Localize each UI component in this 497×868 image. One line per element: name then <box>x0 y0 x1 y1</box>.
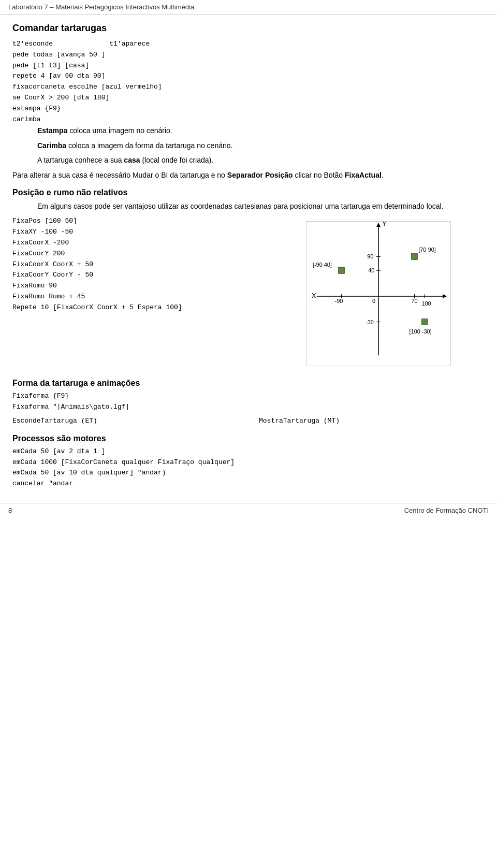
casa-desc: A tartaruga conhece a sua casa (local on… <box>37 154 485 166</box>
s4-code-3: emCada 50 [av 10 dta qualquer] "andar) <box>12 468 485 479</box>
svg-text:-30: -30 <box>366 319 374 325</box>
svg-text:40: 40 <box>368 268 374 274</box>
s3-code-1: Fixaforma {F9} <box>12 391 485 402</box>
code-line-8: carimba <box>12 114 485 125</box>
section3-title: Forma da tartaruga e animações <box>12 379 485 388</box>
carimba-desc: Carimba coloca a imagem da forma da tart… <box>37 140 485 151</box>
s3-code-2: Fixaforma "|Animais\gato.lgf| <box>12 402 485 413</box>
estampa-desc: Estampa coloca uma imagem no cenário. <box>37 125 485 136</box>
s2-code-1: FixaPos [100 50] <box>12 216 272 227</box>
page-footer: 8 Centro de Formação CNOTI <box>0 503 497 517</box>
s2-code-5: FixaCoorX CoorX + 50 <box>12 259 272 270</box>
section2-code: FixaPos [100 50] FixaXY -100 -50 FixaCoo… <box>12 216 272 371</box>
coord-diagram: X Y -90 70 90 40 0 -30 <box>306 221 451 366</box>
s2-code-9: Repete 10 [FixaCoorX CoorX + 5 Espera 10… <box>12 302 272 313</box>
svg-rect-19 <box>338 268 344 274</box>
s2-code-2: FixaXY -100 -50 <box>12 227 272 238</box>
svg-text:Y: Y <box>382 221 387 227</box>
coord-diagram-container: X Y -90 70 90 40 0 -30 <box>272 216 485 371</box>
svg-text:100: 100 <box>421 300 431 307</box>
header-title: Laboratório 7 – Materiais Pedagógicos In… <box>8 3 194 11</box>
section4-code: emCada 50 [av 2 dta 1 ] emCada 1000 [Fix… <box>12 446 485 489</box>
s4-code-2: emCada 1000 [FixaCorCaneta qualquer Fixa… <box>12 457 485 468</box>
svg-marker-1 <box>443 294 447 298</box>
et-mt-container: EscondeTartaruga (ET) MostraTartaruga (M… <box>12 416 485 427</box>
estampa-text: coloca uma imagem no cenário. <box>69 126 172 135</box>
section1-prose: Estampa coloca uma imagem no cenário. Ca… <box>12 125 485 181</box>
code-line-6: se CoorX > 200 [dta 180] <box>12 93 485 104</box>
svg-marker-3 <box>376 223 381 227</box>
et-label: EscondeTartaruga (ET) <box>12 416 238 427</box>
section4-title: Processos são motores <box>12 434 485 443</box>
svg-text:[-90 40]: [-90 40] <box>313 262 332 268</box>
code-line-3: pede [t1 t3] [casa] <box>12 61 485 71</box>
svg-text:0: 0 <box>372 298 375 304</box>
code-line-1: t2'esconde t1'aparece <box>12 39 485 50</box>
svg-rect-23 <box>421 319 428 325</box>
section3-code: Fixaforma {F9} Fixaforma "|Animais\gato.… <box>12 391 485 413</box>
section1-title: Comandar tartarugas <box>12 23 485 34</box>
svg-text:X: X <box>312 292 316 300</box>
s4-code-4: cancelar "andar <box>12 479 485 489</box>
s2-code-8: FixaRumo Rumo + 45 <box>12 292 272 302</box>
code-line-4: repete 4 [av 60 dta 90] <box>12 71 485 82</box>
s2-code-7: FixaRumo 90 <box>12 281 272 292</box>
footer-center: Centro de Formação CNOTI <box>404 507 489 514</box>
page-number: 8 <box>8 507 12 514</box>
code-line-5: fixacorcaneta escolhe [azul vermelho] <box>12 82 485 93</box>
section2-content: FixaPos [100 50] FixaXY -100 -50 FixaCoo… <box>12 216 485 371</box>
section2-intro: Em alguns casos pode ser vantajoso utili… <box>37 200 485 212</box>
section2-title: Posição e rumo não relativos <box>12 188 485 197</box>
mt-label: MostraTartaruga (MT) <box>259 416 485 427</box>
main-content: Comandar tartarugas t2'esconde t1'aparec… <box>0 15 497 498</box>
svg-text:[70 90]: [70 90] <box>418 247 435 253</box>
svg-text:-90: -90 <box>334 298 343 304</box>
s2-code-4: FixaCoorY 200 <box>12 249 272 259</box>
code-line-2: pede todas [avança 50 ] <box>12 50 485 61</box>
s4-code-1: emCada 50 [av 2 dta 1 ] <box>12 446 485 457</box>
svg-text:90: 90 <box>367 254 373 260</box>
s2-code-3: FixaCoorX -200 <box>12 238 272 249</box>
alterar-desc: Para alterar a sua casa é necessário Mud… <box>12 169 485 181</box>
mt-code: MostraTartaruga (MT) <box>259 417 340 425</box>
svg-text:[100 -30]: [100 -30] <box>409 329 431 335</box>
carimba-text: coloca a imagem da forma da tartaruga no… <box>68 141 233 150</box>
estampa-keyword: Estampa <box>37 126 67 135</box>
svg-rect-21 <box>411 254 417 260</box>
svg-text:70: 70 <box>411 298 417 304</box>
page-header: Laboratório 7 – Materiais Pedagógicos In… <box>0 0 497 15</box>
et-code: EscondeTartaruga (ET) <box>12 417 97 425</box>
section1-code: t2'esconde t1'aparece pede todas [avança… <box>12 39 485 125</box>
carimba-keyword: Carimba <box>37 141 66 150</box>
s2-code-6: FixaCoorY CoorY - 50 <box>12 270 272 281</box>
code-line-7: estampa {F9} <box>12 104 485 114</box>
